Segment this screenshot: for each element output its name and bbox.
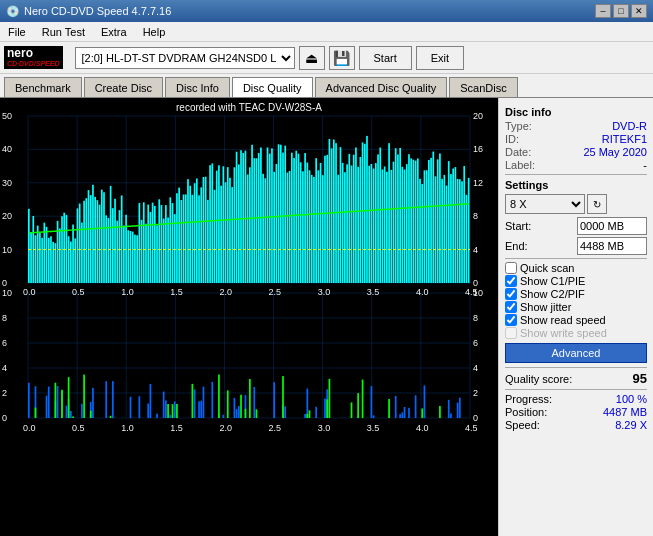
close-button[interactable]: ✕ — [631, 4, 647, 18]
nero-text: nero — [7, 47, 60, 60]
position-value: 4487 MB — [603, 406, 647, 418]
label-label: Label: — [505, 159, 535, 171]
type-value: DVD-R — [612, 120, 647, 132]
tab-benchmark[interactable]: Benchmark — [4, 77, 82, 97]
date-value: 25 May 2020 — [583, 146, 647, 158]
speed-select[interactable]: 8 X — [505, 194, 585, 214]
show-c1pie-checkbox[interactable] — [505, 275, 517, 287]
eject-button[interactable]: ⏏ — [299, 46, 325, 70]
show-c1pie-label: Show C1/PIE — [520, 275, 585, 287]
end-mb-row: End: — [505, 237, 647, 255]
show-jitter-checkbox[interactable] — [505, 301, 517, 313]
quality-score-value: 95 — [633, 371, 647, 386]
nero-logo: nero CD·DVD/SPEED — [4, 46, 63, 69]
quality-score-row: Quality score: 95 — [505, 371, 647, 386]
app-icon: 💿 — [6, 5, 20, 18]
tab-advanced-disc-quality[interactable]: Advanced Disc Quality — [315, 77, 448, 97]
nero-subtitle: CD·DVD/SPEED — [7, 60, 60, 68]
app-title: Nero CD-DVD Speed 4.7.7.16 — [24, 5, 171, 17]
separator-1 — [505, 174, 647, 175]
separator-4 — [505, 389, 647, 390]
menu-help[interactable]: Help — [139, 25, 170, 39]
show-c1pie-row: Show C1/PIE — [505, 275, 647, 287]
show-jitter-row: Show jitter — [505, 301, 647, 313]
date-row: Date: 25 May 2020 — [505, 146, 647, 158]
toolbar: nero CD·DVD/SPEED [2:0] HL-DT-ST DVDRAM … — [0, 42, 653, 74]
date-label: Date: — [505, 146, 531, 158]
start-mb-row: Start: — [505, 217, 647, 235]
title-bar-left: 💿 Nero CD-DVD Speed 4.7.7.16 — [6, 5, 171, 18]
chart-label: recorded with TEAC DV-W28S-A — [176, 102, 322, 113]
show-jitter-label: Show jitter — [520, 301, 571, 313]
tab-scan-disc[interactable]: ScanDisc — [449, 77, 517, 97]
speed-refresh-button[interactable]: ↻ — [587, 194, 607, 214]
right-panel: Disc info Type: DVD-R ID: RITEKF1 Date: … — [498, 98, 653, 536]
end-label: End: — [505, 240, 528, 252]
menu-run-test[interactable]: Run Test — [38, 25, 89, 39]
title-bar-controls: – □ ✕ — [595, 4, 647, 18]
tabs: Benchmark Create Disc Disc Info Disc Qua… — [0, 74, 653, 98]
speed-readout-label: Speed: — [505, 419, 540, 431]
quick-scan-label: Quick scan — [520, 262, 574, 274]
tab-create-disc[interactable]: Create Disc — [84, 77, 163, 97]
end-input[interactable] — [577, 237, 647, 255]
title-bar: 💿 Nero CD-DVD Speed 4.7.7.16 – □ ✕ — [0, 0, 653, 22]
type-row: Type: DVD-R — [505, 120, 647, 132]
progress-value: 100 % — [616, 393, 647, 405]
progress-label: Progress: — [505, 393, 552, 405]
start-input[interactable] — [577, 217, 647, 235]
menu-bar: File Run Test Extra Help — [0, 22, 653, 42]
show-c2pif-label: Show C2/PIF — [520, 288, 585, 300]
show-read-speed-label: Show read speed — [520, 314, 606, 326]
show-write-speed-checkbox[interactable] — [505, 327, 517, 339]
show-write-speed-row: Show write speed — [505, 327, 647, 339]
id-value: RITEKF1 — [602, 133, 647, 145]
disc-label-row: Label: - — [505, 159, 647, 171]
speed-readout-row: Speed: 8.29 X — [505, 419, 647, 431]
speed-row: 8 X ↻ — [505, 194, 647, 214]
quick-scan-checkbox[interactable] — [505, 262, 517, 274]
tab-disc-info[interactable]: Disc Info — [165, 77, 230, 97]
separator-2 — [505, 258, 647, 259]
show-c2pif-checkbox[interactable] — [505, 288, 517, 300]
menu-file[interactable]: File — [4, 25, 30, 39]
exit-button[interactable]: Exit — [416, 46, 464, 70]
start-label: Start: — [505, 220, 531, 232]
id-label: ID: — [505, 133, 519, 145]
position-label: Position: — [505, 406, 547, 418]
drive-select[interactable]: [2:0] HL-DT-ST DVDRAM GH24NSD0 LH00 — [75, 47, 295, 69]
show-c2pif-row: Show C2/PIF — [505, 288, 647, 300]
type-label: Type: — [505, 120, 532, 132]
chart-area: recorded with TEAC DV-W28S-A — [0, 98, 498, 536]
speed-readout-value: 8.29 X — [615, 419, 647, 431]
maximize-button[interactable]: □ — [613, 4, 629, 18]
separator-3 — [505, 367, 647, 368]
start-button[interactable]: Start — [359, 46, 412, 70]
settings-title: Settings — [505, 179, 647, 191]
menu-extra[interactable]: Extra — [97, 25, 131, 39]
minimize-button[interactable]: – — [595, 4, 611, 18]
progress-row: Progress: 100 % — [505, 393, 647, 405]
save-button[interactable]: 💾 — [329, 46, 355, 70]
tab-disc-quality[interactable]: Disc Quality — [232, 77, 313, 97]
quality-score-label: Quality score: — [505, 373, 572, 385]
position-row: Position: 4487 MB — [505, 406, 647, 418]
show-read-speed-checkbox[interactable] — [505, 314, 517, 326]
show-write-speed-label: Show write speed — [520, 327, 607, 339]
quick-scan-row: Quick scan — [505, 262, 647, 274]
advanced-button[interactable]: Advanced — [505, 343, 647, 363]
disc-info-title: Disc info — [505, 106, 647, 118]
label-value: - — [643, 159, 647, 171]
main-area: recorded with TEAC DV-W28S-A Disc info T… — [0, 98, 653, 536]
show-read-speed-row: Show read speed — [505, 314, 647, 326]
id-row: ID: RITEKF1 — [505, 133, 647, 145]
